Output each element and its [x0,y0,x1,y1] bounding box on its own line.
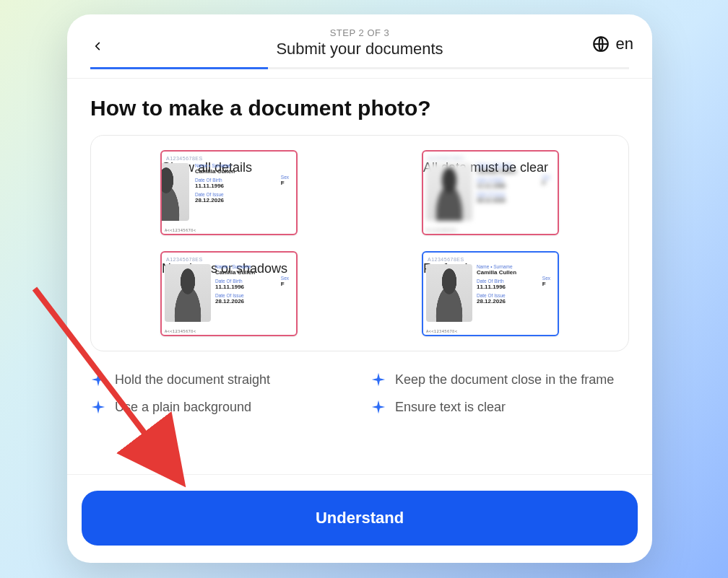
tips-list: Hold the document straight Keep the docu… [90,372,629,415]
modal-footer: Understand [67,474,652,563]
card-photo [426,264,472,322]
id-card-example: A12345678ES Name • Surname Camilla Culle… [160,150,298,235]
example-item: A12345678ES Name • Surname Camilla Culle… [422,150,559,235]
tip-item: Hold the document straight [90,372,349,387]
id-card-example: A12345678ES Name • Surname Camilla Culle… [160,251,298,336]
card-photo [426,163,472,221]
card-mrz: A<<12345678< [426,228,555,232]
tip-text: Ensure text is clear [395,400,506,415]
sparkle-icon [90,399,106,415]
modal-header: STEP 2 OF 3 Submit your documents en [67,14,652,79]
card-photo [165,264,211,322]
chevron-left-icon [92,38,103,54]
id-card-example: A12345678ES Name • Surname Camilla Culle… [422,251,559,336]
modal: STEP 2 OF 3 Submit your documents en How… [67,14,652,563]
card-mrz: A<<12345678< [165,329,293,333]
language-selector[interactable]: en [592,35,633,53]
sparkle-icon [90,372,106,387]
examples-grid: A12345678ES Name • Surname Camilla Culle… [120,150,599,336]
card-fields: Name • Surname Camilla Cullen Date Of Bi… [477,264,553,307]
examples-panel: A12345678ES Name • Surname Camilla Culle… [90,135,629,351]
card-id-number: A12345678ES [428,156,464,161]
tip-text: Use a plain background [115,400,251,415]
tip-text: Hold the document straight [115,372,270,387]
progress-bar [90,67,629,69]
card-photo [160,163,189,221]
language-label: en [616,35,633,53]
card-fields: Name • Surname Camilla Cullen Date Of Bi… [195,163,292,206]
sparkle-icon [370,399,386,415]
tip-item: Use a plain background [90,399,349,415]
globe-icon [592,35,610,53]
step-indicator: STEP 2 OF 3 [90,27,629,38]
card-id-number: A12345678ES [166,257,203,262]
back-button[interactable] [86,35,109,58]
card-fields: Name • Surname Camilla Cullen Date Of Bi… [477,163,553,206]
tip-item: Keep the document close in the frame [370,372,629,387]
tip-item: Ensure text is clear [370,399,629,415]
card-id-number: A12345678ES [166,156,203,161]
understand-button[interactable]: Understand [82,491,638,546]
modal-body[interactable]: How to make a document photo? A12345678E… [67,79,652,474]
tip-text: Keep the document close in the frame [395,372,614,387]
progress-fill [90,67,268,69]
sparkle-icon [370,372,386,387]
id-card-example: A12345678ES Name • Surname Camilla Culle… [422,150,559,235]
card-id-number: A12345678ES [428,257,464,262]
page-title: Submit your documents [90,40,629,58]
card-mrz: A<<12345678< [165,228,293,232]
card-mrz: A<<12345678< [426,329,555,333]
example-item: A12345678ES Name • Surname Camilla Culle… [160,150,298,235]
card-fields: Name • Surname Camilla Cullen Date Of Bi… [215,264,292,307]
heading: How to make a document photo? [90,96,629,121]
example-item: A12345678ES Name • Surname Camilla Culle… [160,251,298,336]
example-item: A12345678ES Name • Surname Camilla Culle… [422,251,559,336]
